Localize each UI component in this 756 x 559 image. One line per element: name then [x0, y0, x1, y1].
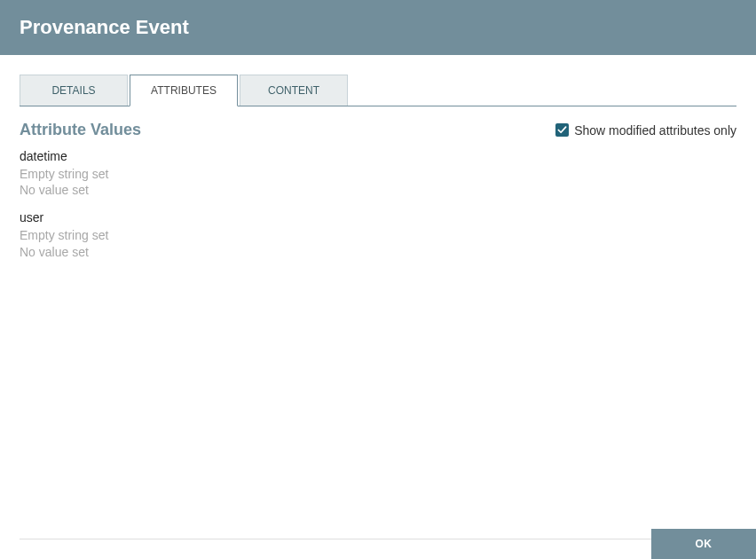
- attribute-block: datetimeEmpty string setNo value set: [20, 148, 736, 199]
- checkmark-icon: [555, 123, 569, 137]
- attribute-name: datetime: [20, 148, 736, 166]
- attribute-current-value: No value set: [20, 182, 736, 199]
- attribute-original-value: Empty string set: [20, 227, 736, 244]
- dialog-footer: OK: [0, 539, 756, 559]
- tab-attributes[interactable]: Attributes: [130, 75, 238, 106]
- show-modified-toggle[interactable]: Show modified attributes only: [555, 123, 736, 138]
- dialog-header: Provenance Event: [0, 0, 756, 55]
- attribute-name: user: [20, 209, 736, 227]
- tab-details[interactable]: Details: [20, 75, 128, 106]
- show-modified-label: Show modified attributes only: [574, 123, 736, 138]
- footer-divider: [20, 539, 736, 539]
- section-title: Attribute Values: [20, 121, 141, 139]
- dialog-body: Details Attributes Content Attribute Val…: [0, 55, 756, 261]
- attribute-original-value: Empty string set: [20, 166, 736, 183]
- attribute-current-value: No value set: [20, 244, 736, 261]
- tab-content[interactable]: Content: [240, 75, 348, 106]
- dialog-title: Provenance Event: [20, 16, 189, 39]
- attribute-block: userEmpty string setNo value set: [20, 209, 736, 260]
- attribute-list: datetimeEmpty string setNo value setuser…: [20, 148, 736, 261]
- attributes-panel: Attribute Values Show modified attribute…: [20, 106, 736, 261]
- tab-bar: Details Attributes Content: [20, 75, 736, 106]
- ok-button[interactable]: OK: [651, 529, 756, 559]
- panel-header: Attribute Values Show modified attribute…: [20, 121, 736, 139]
